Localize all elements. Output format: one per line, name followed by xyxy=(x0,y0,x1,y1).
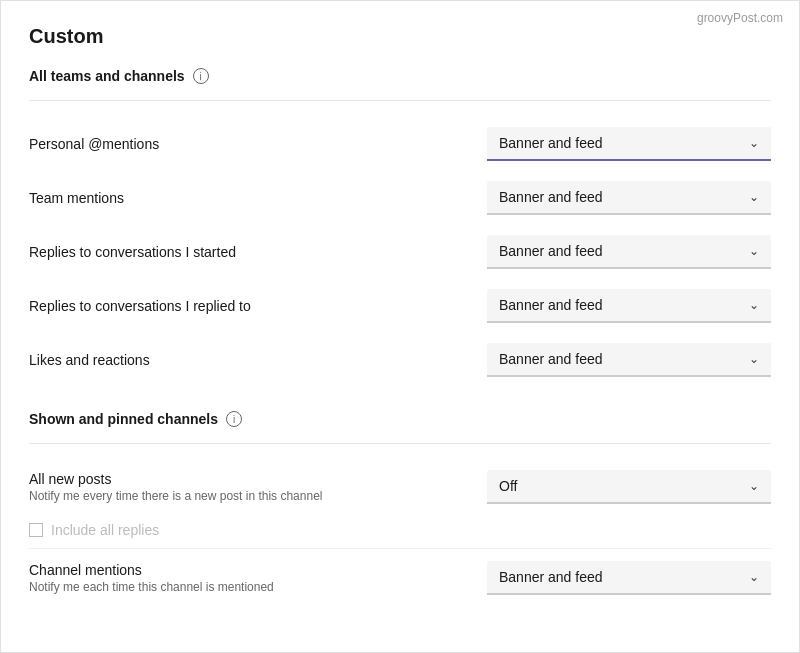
dropdown-team-mentions[interactable]: Banner and feed ⌄ xyxy=(487,181,771,215)
include-replies-label: Include all replies xyxy=(51,522,159,538)
chevron-down-icon: ⌄ xyxy=(749,244,759,258)
dropdown-personal-mentions[interactable]: Banner and feed ⌄ xyxy=(487,127,771,161)
label-team-mentions: Team mentions xyxy=(29,190,487,206)
content-area: Custom All teams and channels i Personal… xyxy=(1,1,799,629)
dropdown-channel-mentions[interactable]: Banner and feed ⌄ xyxy=(487,561,771,595)
all-teams-info-icon[interactable]: i xyxy=(193,68,209,84)
chevron-down-icon: ⌄ xyxy=(749,136,759,150)
dropdown-value-replies-started: Banner and feed xyxy=(499,243,603,259)
chevron-down-icon: ⌄ xyxy=(749,298,759,312)
include-replies-checkbox[interactable] xyxy=(29,523,43,537)
section-shown-pinned-title: Shown and pinned channels xyxy=(29,411,218,427)
row-sub-channel-mentions: Channel mentions Notify me each time thi… xyxy=(29,562,487,594)
page-title: Custom xyxy=(29,25,771,48)
dropdown-replies-started[interactable]: Banner and feed ⌄ xyxy=(487,235,771,269)
row-all-new-posts: All new posts Notify me every time there… xyxy=(29,460,771,514)
label-all-new-posts: All new posts xyxy=(29,471,487,487)
section-shown-pinned-header: Shown and pinned channels i xyxy=(29,411,771,427)
sublabel-channel-mentions: Notify me each time this channel is ment… xyxy=(29,580,487,594)
sublabel-all-new-posts: Notify me every time there is a new post… xyxy=(29,489,487,503)
row-replies-replied: Replies to conversations I replied to Ba… xyxy=(29,279,771,333)
row-channel-mentions: Channel mentions Notify me each time thi… xyxy=(29,551,771,605)
dropdown-value-team-mentions: Banner and feed xyxy=(499,189,603,205)
label-replies-started: Replies to conversations I started xyxy=(29,244,487,260)
page-wrapper: groovyPost.com Custom All teams and chan… xyxy=(0,0,800,653)
label-replies-replied: Replies to conversations I replied to xyxy=(29,298,487,314)
row-team-mentions: Team mentions Banner and feed ⌄ xyxy=(29,171,771,225)
chevron-down-icon: ⌄ xyxy=(749,190,759,204)
chevron-down-icon: ⌄ xyxy=(749,479,759,493)
section-divider-2 xyxy=(29,443,771,444)
chevron-down-icon: ⌄ xyxy=(749,352,759,366)
section-divider-1 xyxy=(29,100,771,101)
shown-pinned-info-icon[interactable]: i xyxy=(226,411,242,427)
watermark: groovyPost.com xyxy=(697,11,783,25)
label-likes-reactions: Likes and reactions xyxy=(29,352,487,368)
dropdown-replies-replied[interactable]: Banner and feed ⌄ xyxy=(487,289,771,323)
row-sub-all-new-posts: All new posts Notify me every time there… xyxy=(29,471,487,503)
row-likes-reactions: Likes and reactions Banner and feed ⌄ xyxy=(29,333,771,387)
section-all-teams-header: All teams and channels i xyxy=(29,68,771,84)
row-personal-mentions: Personal @mentions Banner and feed ⌄ xyxy=(29,117,771,171)
dropdown-value-personal-mentions: Banner and feed xyxy=(499,135,603,151)
checkbox-row-include-replies: Include all replies xyxy=(29,514,771,546)
dropdown-value-replies-replied: Banner and feed xyxy=(499,297,603,313)
dropdown-value-likes-reactions: Banner and feed xyxy=(499,351,603,367)
row-replies-started: Replies to conversations I started Banne… xyxy=(29,225,771,279)
dropdown-value-all-new-posts: Off xyxy=(499,478,517,494)
label-channel-mentions: Channel mentions xyxy=(29,562,487,578)
row-divider-1 xyxy=(29,548,771,549)
section-all-teams-title: All teams and channels xyxy=(29,68,185,84)
dropdown-all-new-posts[interactable]: Off ⌄ xyxy=(487,470,771,504)
chevron-down-icon: ⌄ xyxy=(749,570,759,584)
dropdown-value-channel-mentions: Banner and feed xyxy=(499,569,603,585)
label-personal-mentions: Personal @mentions xyxy=(29,136,487,152)
dropdown-likes-reactions[interactable]: Banner and feed ⌄ xyxy=(487,343,771,377)
